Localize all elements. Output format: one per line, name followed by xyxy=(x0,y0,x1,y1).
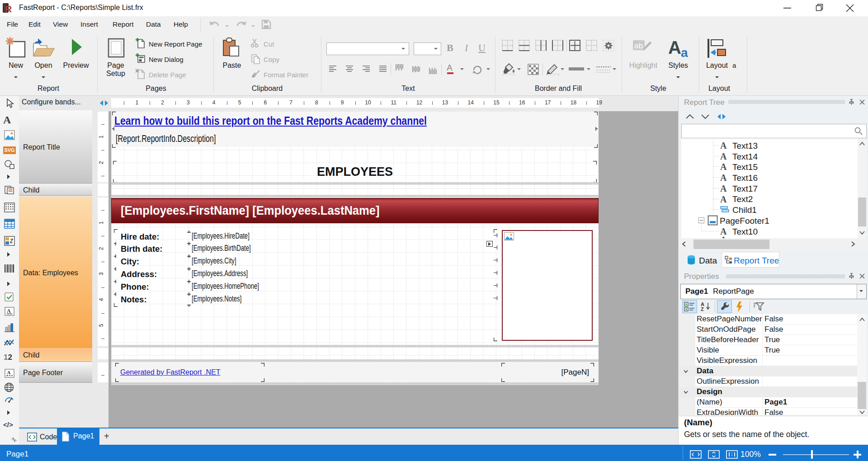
svg-text:ab: ab xyxy=(634,42,643,50)
svg-text:A: A xyxy=(7,370,11,375)
svg-text:Z: Z xyxy=(701,306,704,312)
svg-text:R: R xyxy=(5,4,12,14)
svg-text:A: A xyxy=(7,308,11,314)
